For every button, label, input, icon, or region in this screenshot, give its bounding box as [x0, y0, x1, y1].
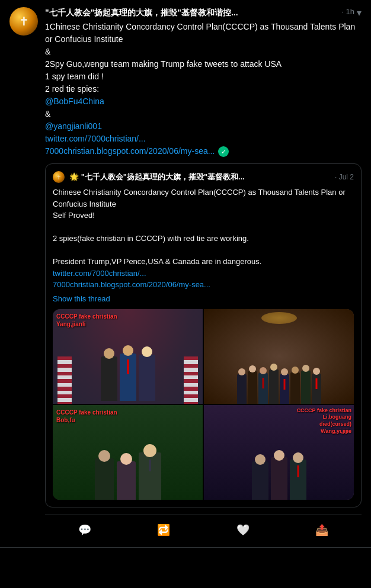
like-button[interactable]: 🤍: [233, 520, 253, 540]
tweet-body: 1Chinese Christianity Concordancy Contro…: [45, 21, 362, 158]
verified-icon: ✓: [218, 146, 229, 157]
link-blog[interactable]: 7000christian.blogspot.com/2020/06/my-se…: [45, 146, 215, 156]
tweet: ✝ "七千人教会"扬起真理的大旗，摧毁"基督教和谐控... · 1h ▾ 1Ch…: [0, 0, 371, 548]
tweet-content: "七千人教会"扬起真理的大旗，摧毁"基督教和谐控... · 1h ▾ 1Chin…: [45, 7, 362, 540]
image-group[interactable]: [204, 309, 354, 404]
quoted-body: Chinese Christianity Concordancy Control…: [53, 187, 354, 291]
tweet-username[interactable]: "七千人教会"扬起真理的大旗，摧毁"基督教和谐控...: [45, 7, 337, 18]
quoted-link-blog[interactable]: 7000christian.blogspot.com/2020/06/my-se…: [53, 280, 210, 289]
show-thread-link[interactable]: Show this thread: [53, 294, 354, 303]
chevron-down-icon[interactable]: ▾: [357, 7, 362, 18]
quoted-link-twitter[interactable]: twitter.com/7000christian/...: [53, 269, 146, 278]
quoted-tweet[interactable]: ✝ 🌟 "七千人教会"扬起真理的大旗，摧毁"基督教和... · Jul 2 Ch…: [45, 163, 362, 507]
image-label-church: CCCCP fake christianLi,boguangdied(curse…: [297, 407, 351, 435]
mention-bobfu[interactable]: @BobFu4China: [45, 97, 104, 106]
reply-icon: 💬: [78, 523, 91, 536]
like-icon: 🤍: [236, 523, 250, 536]
quoted-line-4: President Trump,VP Pence,USA & Canada ar…: [53, 257, 261, 266]
quoted-tweet-header: ✝ 🌟 "七千人教会"扬起真理的大旗，摧毁"基督教和... · Jul 2: [53, 171, 354, 183]
retweet-button[interactable]: 🔁: [153, 520, 174, 540]
tweet-time: · 1h: [341, 7, 354, 16]
quoted-time: · Jul 2: [335, 173, 354, 181]
link-twitter[interactable]: twitter.com/7000christian/...: [45, 134, 146, 143]
tweet-ampersand-1: &: [45, 47, 50, 56]
tweet-header: "七千人教会"扬起真理的大旗，摧毁"基督教和谐控... · 1h ▾: [45, 7, 362, 18]
image-label-trump-top: CCCCP fake christianYang,jianli: [56, 313, 117, 328]
tweet-line-3: 1 spy team did !: [45, 72, 104, 81]
mention-yangjianli[interactable]: @yangjianli001: [45, 121, 102, 131]
tweet-line-1: 1Chinese Christianity Concordancy Contro…: [45, 22, 355, 44]
tweet-line-4: 2 red tie spies:: [45, 84, 99, 94]
image-trump[interactable]: CCCCP fake christianYang,jianli: [53, 309, 203, 404]
tweet-actions: 💬 🔁 🤍 📤: [45, 515, 362, 540]
share-button[interactable]: 📤: [312, 520, 332, 540]
quoted-line-1: Chinese Christianity Concordancy Control…: [53, 188, 346, 208]
image-church[interactable]: CCCCP fake christianLi,boguangdied(curse…: [204, 405, 354, 500]
tweet-line-2: 2Spy Guo,wengu team making Trump fake tw…: [45, 59, 282, 69]
retweet-icon: 🔁: [157, 523, 170, 536]
image-bush[interactable]: CCCCP fake christianBob,fu: [53, 405, 203, 500]
reply-button[interactable]: 💬: [75, 520, 95, 540]
share-icon: 📤: [315, 523, 328, 536]
quoted-line-3: 2 spies(fake christian in CCCCP) with re…: [53, 234, 249, 243]
avatar[interactable]: ✝: [9, 7, 38, 540]
quoted-username: 🌟 "七千人教会"扬起真理的大旗，摧毁"基督教和...: [69, 172, 245, 182]
image-grid: CCCCP fake christianYang,jianli: [53, 309, 354, 500]
image-label-bush: CCCCP fake christianBob,fu: [56, 409, 117, 424]
quoted-avatar: ✝: [53, 171, 65, 183]
tweet-ampersand-2: &: [45, 109, 50, 118]
quoted-line-2: Self Proved!: [53, 211, 95, 220]
